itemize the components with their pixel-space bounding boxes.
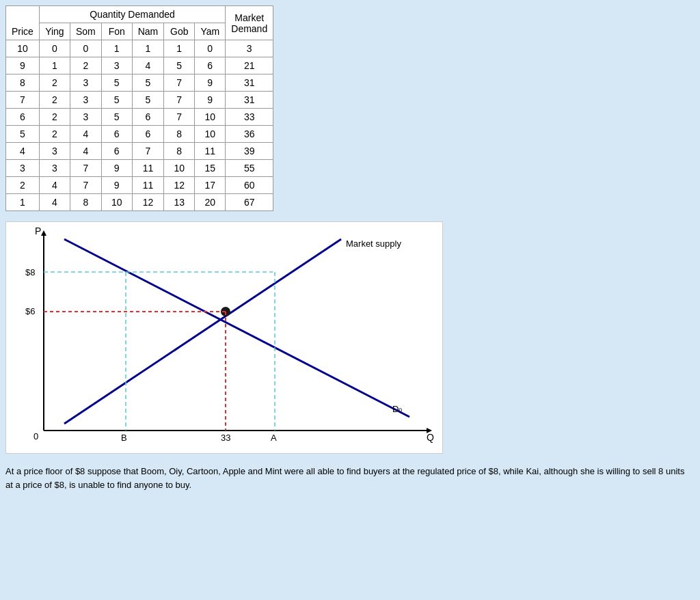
table-cell: 39: [226, 143, 273, 160]
table-cell: 21: [226, 57, 273, 74]
table-cell: 4: [132, 57, 164, 74]
table-cell: 7: [70, 177, 101, 194]
table-cell: 3: [70, 92, 101, 109]
col-gob: Gob: [164, 23, 195, 40]
table-cell: 9: [101, 160, 132, 177]
table-cell: 67: [226, 194, 273, 211]
table-cell: 9: [101, 177, 132, 194]
table-cell: 3: [39, 160, 70, 177]
table-cell: 2: [39, 126, 70, 143]
table-cell: 5: [101, 92, 132, 109]
table-cell: 12: [164, 177, 195, 194]
a-quantity-label: A: [271, 433, 277, 443]
table-cell: 10: [164, 160, 195, 177]
col-fon: Fon: [101, 23, 132, 40]
y-axis-label: P: [35, 226, 41, 236]
table-cell: 3: [6, 160, 40, 177]
table-cell: 10: [101, 194, 132, 211]
origin-label: 0: [33, 431, 38, 441]
table-cell: 8: [164, 143, 195, 160]
table-cell: 5: [101, 74, 132, 92]
table-cell: 3: [226, 40, 273, 57]
table-cell: 31: [226, 74, 273, 92]
table-cell: 7: [164, 74, 195, 92]
col-ying: Ying: [39, 23, 70, 40]
table-cell: 10: [6, 40, 40, 57]
table-cell: 1: [132, 40, 164, 57]
col-nam: Nam: [132, 23, 164, 40]
table-cell: 7: [164, 109, 195, 126]
demand-label: D₀: [392, 404, 402, 414]
price-floor-label: $8: [25, 267, 35, 277]
x-axis-label: Q: [427, 432, 434, 443]
table-cell: 11: [132, 177, 164, 194]
table-cell: 7: [70, 160, 101, 177]
table-cell: 1: [6, 194, 40, 211]
svg-line-4: [64, 239, 341, 424]
svg-marker-2: [41, 230, 46, 236]
table-cell: 10: [195, 109, 226, 126]
table-cell: 3: [39, 143, 70, 160]
table-cell: 2: [39, 92, 70, 109]
caption-paragraph: At a price floor of $8 suppose that Boom…: [5, 462, 689, 494]
table-cell: 5: [6, 126, 40, 143]
supply-demand-chart: P Q 0 $8 $6 B: [5, 221, 443, 454]
table-cell: 7: [132, 143, 164, 160]
table-cell: 4: [70, 143, 101, 160]
demand-table: Price Quantity Demanded Market Demand Yi…: [5, 5, 273, 211]
table-cell: 6: [132, 126, 164, 143]
table-cell: 6: [195, 57, 226, 74]
table-cell: 4: [39, 177, 70, 194]
table-cell: 55: [226, 160, 273, 177]
table-cell: 7: [164, 92, 195, 109]
table-cell: 15: [195, 160, 226, 177]
table-cell: 9: [6, 57, 40, 74]
table-cell: 2: [70, 57, 101, 74]
table-cell: 60: [226, 177, 273, 194]
table-cell: 7: [6, 92, 40, 109]
table-cell: 4: [39, 194, 70, 211]
table-cell: 2: [39, 74, 70, 92]
table-cell: 1: [101, 40, 132, 57]
table-cell: 11: [195, 143, 226, 160]
table-cell: 5: [132, 74, 164, 92]
table-cell: 31: [226, 92, 273, 109]
table-cell: 5: [132, 92, 164, 109]
price-header: Price: [6, 6, 40, 40]
table-cell: 6: [101, 126, 132, 143]
table-cell: 4: [70, 126, 101, 143]
table-cell: 0: [195, 40, 226, 57]
table-cell: 1: [39, 57, 70, 74]
col-yam: Yam: [195, 23, 226, 40]
quantity-demanded-header: Quantity Demanded: [39, 6, 225, 23]
table-cell: 8: [6, 74, 40, 92]
table-cell: 3: [70, 109, 101, 126]
table-cell: 5: [164, 57, 195, 74]
table-cell: 0: [70, 40, 101, 57]
table-cell: 2: [6, 177, 40, 194]
table-cell: 11: [132, 160, 164, 177]
table-cell: 33: [226, 109, 273, 126]
table-cell: 0: [39, 40, 70, 57]
table-cell: 3: [70, 74, 101, 92]
table-cell: 17: [195, 177, 226, 194]
table-cell: 2: [39, 109, 70, 126]
market-demand-header: Market Demand: [226, 6, 273, 40]
supply-label: Market supply: [346, 238, 401, 249]
col-som: Som: [70, 23, 101, 40]
table-cell: 1: [164, 40, 195, 57]
table-cell: 36: [226, 126, 273, 143]
table-cell: 6: [132, 109, 164, 126]
table-cell: 6: [101, 143, 132, 160]
table-cell: 9: [195, 74, 226, 92]
table-cell: 13: [164, 194, 195, 211]
table-cell: 6: [6, 109, 40, 126]
table-cell: 10: [195, 126, 226, 143]
equilibrium-quantity-label: 33: [221, 433, 230, 443]
table-cell: 3: [101, 57, 132, 74]
b-quantity-label: B: [121, 433, 127, 443]
table-cell: 9: [195, 92, 226, 109]
equilibrium-price-label: $6: [25, 306, 35, 316]
table-cell: 12: [132, 194, 164, 211]
table-cell: 4: [6, 143, 40, 160]
